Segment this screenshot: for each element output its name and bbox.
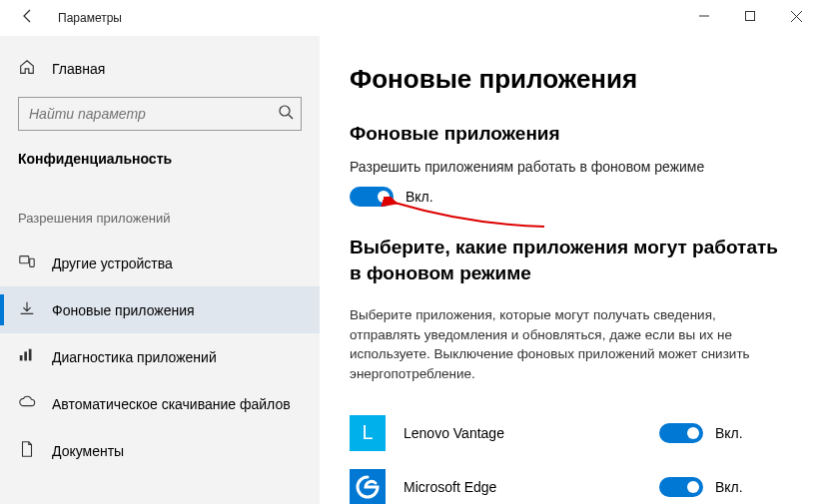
window-title: Параметры — [58, 11, 122, 25]
cloud-icon — [18, 393, 36, 414]
body: Главная Конфиденциальность Разрешения пр… — [0, 36, 819, 504]
sidebar-item-label: Диагностика приложений — [52, 349, 217, 365]
svg-line-5 — [289, 115, 293, 119]
app-name: Microsoft Edge — [404, 479, 659, 495]
back-button[interactable] — [20, 8, 40, 28]
permissions-label: Разрешения приложений — [0, 189, 320, 240]
window-controls — [681, 0, 819, 32]
app-name: Lenovo Vantage — [404, 425, 659, 441]
search-input[interactable] — [18, 97, 302, 131]
svg-rect-6 — [20, 256, 29, 263]
svg-rect-7 — [30, 258, 35, 266]
svg-rect-8 — [20, 355, 23, 360]
minimize-button[interactable] — [681, 0, 727, 32]
home-label: Главная — [52, 61, 105, 77]
download-icon — [18, 299, 36, 320]
master-toggle[interactable] — [350, 187, 394, 207]
sidebar-item-app-diagnostics[interactable]: Диагностика приложений — [0, 333, 320, 380]
sidebar: Главная Конфиденциальность Разрешения пр… — [0, 36, 320, 504]
settings-window: Параметры Главная Конфиденциальность Раз… — [0, 0, 819, 504]
search-icon — [278, 104, 294, 124]
description: Выберите приложения, которые могут получ… — [350, 305, 789, 383]
sidebar-item-label: Фоновые приложения — [52, 302, 195, 318]
app-toggle-label: Вкл. — [715, 479, 743, 495]
app-toggle-edge[interactable] — [659, 477, 703, 497]
svg-rect-1 — [746, 12, 755, 21]
master-toggle-row: Вкл. — [350, 187, 789, 207]
category-label: Конфиденциальность — [0, 149, 320, 189]
app-toggle-lenovo[interactable] — [659, 423, 703, 443]
search-wrap — [18, 97, 302, 131]
home-icon — [18, 58, 36, 79]
diagnostics-icon — [18, 346, 36, 367]
svg-point-4 — [280, 106, 290, 116]
sidebar-item-label: Документы — [52, 443, 124, 459]
app-row-lenovo: L Lenovo Vantage Вкл. — [350, 406, 789, 460]
devices-icon — [18, 252, 36, 273]
content: Фоновые приложения Фоновые приложения Ра… — [320, 36, 819, 504]
maximize-button[interactable] — [727, 0, 773, 32]
allow-text: Разрешить приложениям работать в фоновом… — [350, 159, 789, 175]
section1-title: Фоновые приложения — [350, 123, 789, 145]
sidebar-item-label: Автоматическое скачивание файлов — [52, 396, 291, 412]
titlebar: Параметры — [0, 0, 819, 36]
master-toggle-label: Вкл. — [406, 189, 433, 205]
section2-title: Выберите, какие приложения могут работат… — [350, 235, 789, 285]
svg-rect-9 — [24, 351, 27, 360]
app-toggle-label: Вкл. — [715, 425, 743, 441]
svg-rect-10 — [29, 349, 32, 361]
sidebar-item-auto-downloads[interactable]: Автоматическое скачивание файлов — [0, 380, 320, 427]
page-title: Фоновые приложения — [350, 64, 789, 95]
home-button[interactable]: Главная — [0, 54, 320, 97]
document-icon — [18, 440, 36, 461]
close-button[interactable] — [773, 0, 819, 32]
sidebar-item-other-devices[interactable]: Другие устройства — [0, 240, 320, 286]
sidebar-item-background-apps[interactable]: Фоновые приложения — [0, 286, 320, 333]
sidebar-item-documents[interactable]: Документы — [0, 427, 320, 474]
lenovo-icon: L — [350, 415, 386, 451]
sidebar-item-label: Другие устройства — [52, 255, 173, 271]
app-row-edge: Microsoft Edge Вкл. — [350, 460, 789, 504]
edge-icon — [350, 469, 386, 504]
